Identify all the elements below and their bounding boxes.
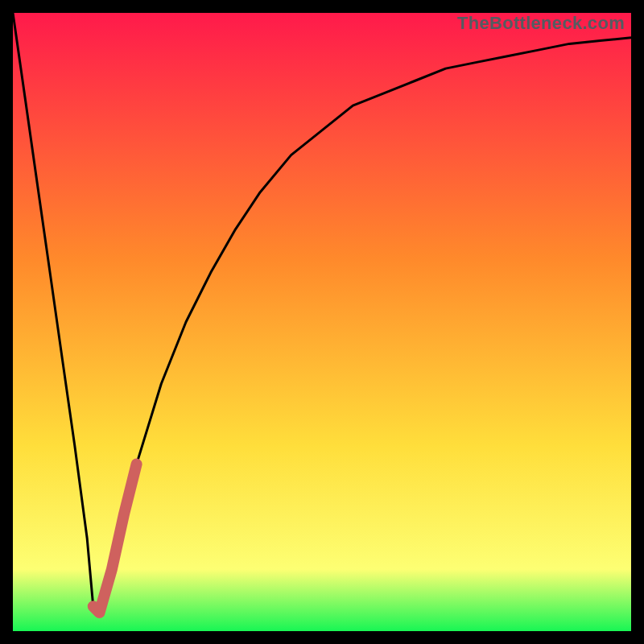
chart-frame: TheBottleneck.com	[13, 13, 631, 631]
gradient-background	[13, 13, 631, 631]
watermark-text: TheBottleneck.com	[457, 13, 625, 34]
bottleneck-plot	[13, 13, 631, 631]
